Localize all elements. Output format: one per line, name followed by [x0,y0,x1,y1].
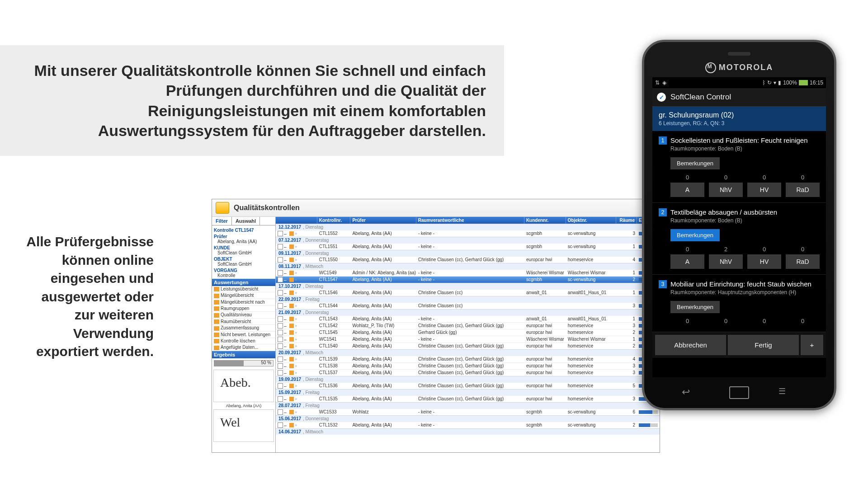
date-group-header[interactable]: 17.10.2017, Dienstag [276,283,660,289]
checkbox-icon[interactable] [278,363,283,369]
checkbox-icon[interactable] [278,396,283,402]
auswertung-item[interactable]: Mängelübersicht [212,292,275,299]
checkbox-icon[interactable] [278,303,283,309]
auswertung-item[interactable]: Qualitätsniveau [212,312,275,318]
col-pruefer[interactable]: Prüfer [350,217,416,224]
table-row[interactable]: – »CTL1538Abelang, Anita (AA)Christine C… [276,362,660,369]
edit-icon[interactable] [289,258,294,262]
add-button[interactable]: + [801,335,823,355]
table-row[interactable]: – »WC1533Wohlatz- keine -scgmbhsc-verwal… [276,408,660,415]
recent-button[interactable]: ☰ [778,386,797,397]
checkbox-icon[interactable] [278,257,283,263]
cancel-button[interactable]: Abbrechen [655,335,726,355]
edit-icon[interactable] [289,324,294,328]
checkbox-icon[interactable] [278,343,283,349]
table-row[interactable]: – »CTL1551Abelang, Anita (AA)- keine -sc… [276,243,660,250]
checkbox-icon[interactable] [278,409,283,415]
table-row[interactable]: – »CTL1539Abelang, Anita (AA)Christine C… [276,356,660,362]
date-group-header[interactable]: 07.12.2017, Donnerstag [276,237,660,243]
edit-icon[interactable] [289,231,294,236]
remarks-button[interactable]: Bemerkungen [670,157,720,169]
table-row[interactable]: – »CTL1550Abelang, Anita (AA)Christine C… [276,256,660,263]
date-group-header[interactable]: 15.06.2017, Donnerstag [276,415,660,422]
edit-icon[interactable] [289,344,294,348]
table-row[interactable]: – »CTL1544Abelang, Anita (AA)Christine C… [276,302,660,309]
date-group-header[interactable]: 22.09.2017, Freitag [276,296,660,302]
rating-button[interactable]: A [670,183,704,197]
rating-button[interactable]: RaD [786,254,820,269]
edit-icon[interactable] [289,423,294,427]
table-row[interactable]: – »WC1549Admin / NK: Abelang, Anita (aa)… [276,269,660,276]
checkbox-icon[interactable] [278,422,283,428]
date-group-header[interactable]: 14.06.2017, Mittwoch [276,428,660,435]
table-row[interactable]: – »CTL1546Abelang, Anita (AA)Christine C… [276,289,660,296]
rating-button[interactable]: HV [747,183,781,197]
col-kontrollnr[interactable]: Kontrollnr. [317,217,351,224]
checkbox-icon[interactable] [278,316,283,322]
table-row[interactable]: – »CTL1547Abelang, Anita (AA)- keine -sc… [276,276,660,283]
back-button[interactable]: ↩ [682,386,700,397]
checkbox-icon[interactable] [278,330,283,335]
date-group-header[interactable]: 08.11.2017, Mittwoch [276,263,660,269]
checkbox-icon[interactable] [278,270,283,276]
date-group-header[interactable]: 28.07.2017, Freitag [276,402,660,408]
edit-icon[interactable] [289,291,294,295]
table-row[interactable]: – »CTL1545Abelang, Anita (AA)Gerhard Glü… [276,329,660,336]
date-group-header[interactable]: 12.12.2017, Dienstag [276,224,660,230]
edit-icon[interactable] [289,304,294,308]
table-row[interactable]: – »CTL1532Abelang, Anita (AA)- keine -sc… [276,422,660,428]
checkbox-icon[interactable] [278,357,283,362]
edit-icon[interactable] [289,317,294,321]
rating-button[interactable]: NhV [709,254,743,269]
col-raeume[interactable]: Räume [616,217,637,224]
col-objektnr[interactable]: Objektnr. [566,217,617,224]
date-group-header[interactable]: 21.09.2017, Donnerstag [276,309,660,315]
checkbox-icon[interactable] [278,383,283,389]
date-group-header[interactable]: 19.09.2017, Dienstag [276,376,660,382]
checkbox-icon[interactable] [278,244,283,249]
checkbox-icon[interactable] [278,337,283,342]
edit-icon[interactable] [289,337,294,342]
table-row[interactable]: – »CTL1537Abelang, Anita (AA)Christine C… [276,369,660,376]
home-button[interactable] [729,386,749,399]
tab-auswahl[interactable]: Auswahl [232,217,260,225]
table-row[interactable]: – »WC1541Abelang, Anita (AA)- keine -Wäs… [276,336,660,343]
checkbox-icon[interactable] [278,370,283,375]
edit-icon[interactable] [289,397,294,401]
auswertung-item[interactable]: Raumübersicht [212,319,275,325]
date-group-header[interactable]: 15.09.2017, Freitag [276,389,660,395]
edit-icon[interactable] [289,384,294,388]
edit-icon[interactable] [289,371,294,375]
table-row[interactable]: – »CTL1535Abelang, Anita (AA)Christine C… [276,395,660,402]
edit-icon[interactable] [289,357,294,361]
edit-icon[interactable] [289,271,294,275]
col-raumverantwortliche[interactable]: Raumverantwortliche [416,217,524,224]
rating-button[interactable]: A [670,254,704,269]
rating-button[interactable]: RaD [786,183,820,197]
table-row[interactable]: – »CTL1536Abelang, Anita (AA)Christine C… [276,382,660,389]
edit-icon[interactable] [289,277,294,282]
date-group-header[interactable]: 09.11.2017, Donnerstag [276,250,660,256]
remarks-button[interactable]: Bemerkungen [670,301,720,313]
checkbox-icon[interactable] [278,231,283,236]
edit-icon[interactable] [289,244,294,249]
auswertung-item[interactable]: Raumgruppen [212,305,275,312]
table-row[interactable]: – »CTL1542Wohlatz_P, Tilo (TW)Christine … [276,322,660,329]
room-header[interactable]: gr. Schulungsraum (02) 6 Leistungen, RG:… [652,107,826,131]
table-row[interactable]: – »CTL1552Abelang, Anita (AA)- keine -sc… [276,230,660,237]
col-kundennr[interactable]: Kundennr. [524,217,566,224]
auswertung-item[interactable]: Zusammenfassung [212,325,275,331]
rating-button[interactable]: NhV [709,183,743,197]
checkbox-icon[interactable] [278,277,283,282]
auswertung-item[interactable]: Mängelübersicht nach [212,299,275,305]
table-row[interactable]: – »CTL1540Abelang, Anita (AA)Christine C… [276,343,660,349]
remarks-button[interactable]: Bemerkungen [670,229,720,241]
auswertung-item[interactable]: Leistungsübersicht [212,286,275,292]
done-button[interactable]: Fertig [728,335,799,355]
checkbox-icon[interactable] [278,323,283,328]
edit-icon[interactable] [289,410,294,414]
date-group-header[interactable]: 20.09.2017, Mittwoch [276,349,660,356]
rating-button[interactable]: HV [747,254,781,269]
auswertung-item[interactable]: Nicht bewert. Leistungen [212,332,275,338]
tab-filter[interactable]: Filter [212,217,232,225]
